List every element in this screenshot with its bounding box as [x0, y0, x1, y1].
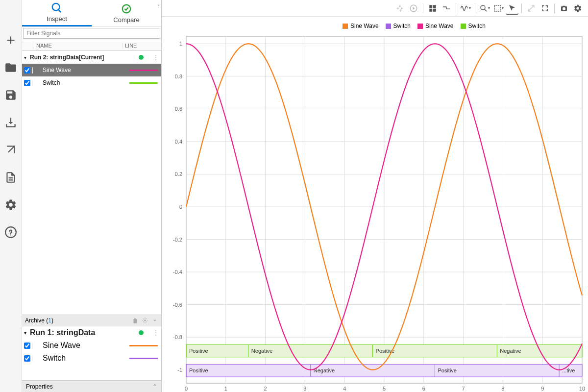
svg-text:Positive: Positive — [189, 348, 208, 354]
trash-icon[interactable] — [132, 317, 139, 324]
svg-text:6: 6 — [422, 386, 425, 392]
kebab-icon[interactable]: ⋮ — [152, 53, 159, 61]
svg-text:0.4: 0.4 — [175, 139, 182, 145]
import-icon[interactable] — [1, 113, 21, 132]
svg-rect-6 — [433, 8, 436, 11]
panel-tabs: Inspect Compare — [22, 0, 161, 27]
cursor-icon[interactable] — [506, 2, 518, 15]
svg-text:8: 8 — [501, 386, 504, 392]
svg-rect-4 — [433, 5, 436, 8]
filter-input[interactable] — [23, 28, 160, 39]
svg-text:-0.2: -0.2 — [173, 237, 182, 243]
svg-text:1: 1 — [224, 386, 227, 392]
column-headers: NAME LINE — [22, 40, 161, 51]
collapse-handle-icon[interactable]: ‹ — [155, 1, 162, 8]
clear-icon[interactable] — [440, 2, 453, 15]
tab-inspect-label: Inspect — [47, 15, 67, 23]
signal-tree: ▾Run 2: stringData[Current]⋮Sine WaveSwi… — [22, 51, 161, 315]
zoom-icon[interactable]: ▾ — [478, 2, 491, 15]
save-icon[interactable] — [1, 85, 21, 105]
grid-layout-icon[interactable] — [426, 2, 439, 15]
properties-label: Properties — [26, 383, 53, 390]
signal-name: Switch — [33, 79, 126, 86]
svg-text:Negative: Negative — [500, 348, 521, 354]
signal-name: Sine Wave — [33, 341, 126, 350]
svg-text:3: 3 — [303, 386, 306, 392]
fit-icon[interactable]: ▾ — [492, 2, 505, 15]
svg-text:10: 10 — [579, 386, 585, 392]
svg-text:4: 4 — [343, 386, 346, 392]
svg-rect-8 — [494, 5, 500, 11]
signal-checkbox[interactable] — [24, 355, 30, 362]
archive-header[interactable]: Archive (1) — [22, 315, 161, 326]
svg-rect-5 — [429, 8, 432, 11]
svg-text:Positive: Positive — [438, 368, 457, 373]
filter-row — [22, 27, 161, 40]
plot-toolbar: ▾ ▾ ▾ — [162, 0, 588, 17]
run-row[interactable]: ▾Run 1: stringData⋮ — [22, 326, 161, 339]
tab-inspect[interactable]: Inspect — [22, 0, 92, 26]
svg-rect-3 — [429, 5, 432, 8]
report-icon[interactable] — [1, 168, 21, 187]
svg-point-1 — [144, 319, 146, 321]
settings-icon[interactable] — [1, 195, 21, 215]
svg-text:9: 9 — [541, 386, 544, 392]
plot-area[interactable]: Sine WaveSwitchSine WaveSwitch 012345678… — [162, 17, 588, 392]
signal-row[interactable]: Sine Wave — [22, 339, 161, 352]
svg-text:1: 1 — [179, 41, 182, 47]
folder-icon[interactable] — [1, 58, 21, 77]
pan-icon[interactable] — [393, 2, 406, 15]
main-area: ▾ ▾ ▾ Sine WaveSwitchSine WaveSwitch 012… — [162, 0, 588, 392]
chevron-down-icon[interactable] — [151, 317, 158, 324]
signal-name: Switch — [33, 354, 126, 363]
svg-text:0: 0 — [179, 204, 182, 210]
tab-compare[interactable]: Compare — [92, 0, 161, 26]
archive-tree: ▾Run 1: stringData⋮Sine WaveSwitch — [22, 326, 161, 380]
plot-settings-icon[interactable] — [571, 2, 584, 15]
col-header-line[interactable]: LINE — [123, 43, 161, 49]
search-icon — [51, 2, 62, 13]
run-row[interactable]: ▾Run 2: stringData[Current]⋮ — [22, 51, 161, 64]
chevron-up-icon: ⌃ — [152, 383, 157, 390]
svg-text:0.8: 0.8 — [175, 74, 182, 79]
add-icon[interactable] — [1, 30, 21, 50]
signal-name: Sine Wave — [33, 67, 126, 74]
export-icon[interactable] — [1, 140, 21, 160]
signal-type-icon[interactable]: ▾ — [459, 2, 472, 15]
signal-checkbox[interactable] — [24, 80, 30, 86]
help-icon[interactable] — [1, 222, 21, 242]
properties-header[interactable]: Properties ⌃ — [22, 380, 161, 392]
svg-text:0: 0 — [185, 386, 188, 392]
chart-canvas: 012345678910-1-0.8-0.6-0.4-0.200.20.40.6… — [162, 17, 588, 392]
svg-text:Negative: Negative — [251, 348, 272, 354]
svg-text:7: 7 — [462, 386, 465, 392]
signal-checkbox[interactable] — [24, 343, 30, 349]
check-circle-icon — [121, 3, 132, 14]
play-circle-icon[interactable] — [407, 2, 420, 15]
col-header-name[interactable]: NAME — [33, 43, 123, 49]
snapshot-icon[interactable] — [558, 2, 570, 15]
svg-rect-63 — [186, 364, 582, 377]
svg-text:-1: -1 — [177, 367, 182, 373]
fullscreen-icon[interactable] — [539, 2, 551, 15]
svg-text:0.6: 0.6 — [175, 106, 182, 112]
gear-small-icon[interactable] — [142, 317, 148, 324]
svg-text:2: 2 — [264, 386, 267, 392]
signal-row[interactable]: Sine Wave — [22, 64, 161, 76]
signal-row[interactable]: Switch — [22, 352, 161, 365]
signal-panel: ‹ Inspect Compare NAME LINE ▾Run 2: stri… — [22, 0, 162, 392]
kebab-icon[interactable]: ⋮ — [152, 329, 159, 337]
svg-text:-0.4: -0.4 — [173, 269, 182, 275]
archive-label: Archive — [25, 317, 45, 324]
svg-text:0.2: 0.2 — [175, 171, 182, 177]
svg-point-7 — [481, 5, 485, 10]
signal-checkbox[interactable] — [24, 67, 30, 74]
svg-text:5: 5 — [383, 386, 386, 392]
tab-compare-label: Compare — [113, 16, 139, 24]
signal-row[interactable]: Switch — [22, 76, 161, 89]
expand-diag-icon[interactable] — [525, 2, 538, 15]
icon-rail — [0, 0, 22, 392]
svg-text:-0.6: -0.6 — [173, 302, 182, 308]
svg-text:-0.8: -0.8 — [173, 334, 182, 340]
archive-count: 1 — [48, 317, 51, 324]
